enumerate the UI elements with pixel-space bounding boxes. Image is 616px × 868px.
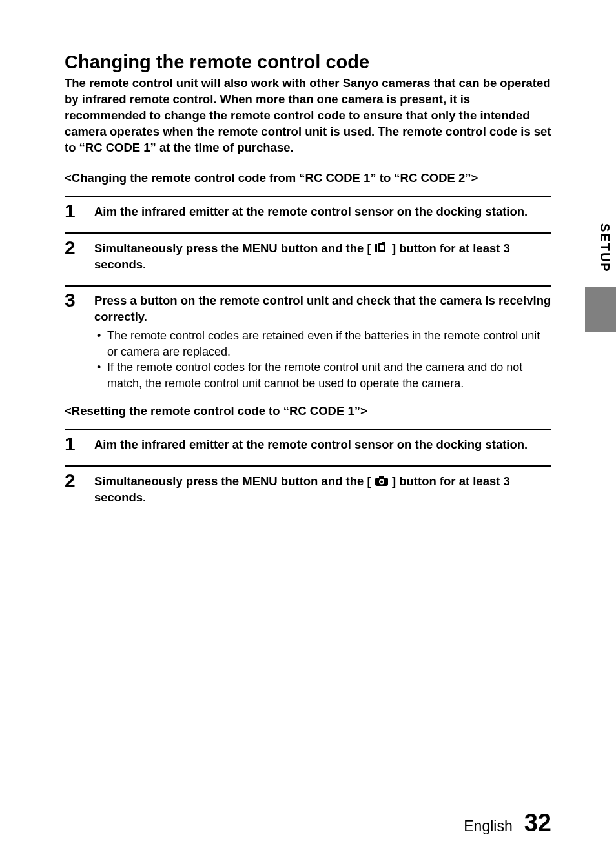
section2-heading: <Resetting the remote control code to “R…	[65, 403, 551, 419]
step-number: 1	[65, 201, 83, 221]
svg-point-7	[380, 481, 383, 483]
page-title: Changing the remote control code	[65, 52, 551, 73]
section2-step-2: 2 Simultaneously press the MENU button a…	[65, 465, 551, 506]
step-title: Aim the infrared emitter at the remote c…	[94, 437, 551, 453]
step-title-before: Simultaneously press the MENU button and…	[94, 241, 375, 255]
step-body: Simultaneously press the MENU button and…	[94, 471, 551, 506]
bullet-item: The remote control codes are retained ev…	[94, 328, 551, 360]
section1-heading: <Changing the remote control code from “…	[65, 170, 551, 187]
step-title: Simultaneously press the MENU button and…	[94, 474, 551, 506]
camera-icon	[375, 475, 389, 487]
intro-paragraph: The remote control unit will also work w…	[65, 76, 551, 156]
footer-page-number: 32	[524, 809, 551, 837]
step-body: Simultaneously press the MENU button and…	[94, 238, 551, 273]
step-title: Aim the infrared emitter at the remote c…	[94, 204, 551, 220]
svg-rect-5	[379, 476, 384, 478]
step-body: Aim the infrared emitter at the remote c…	[94, 434, 551, 454]
section2-step-1: 1 Aim the infrared emitter at the remote…	[65, 429, 551, 454]
step-number: 2	[65, 238, 83, 273]
svg-rect-0	[375, 244, 377, 252]
step-title-before: Simultaneously press the MENU button and…	[94, 474, 375, 488]
footer-language: English	[464, 818, 512, 835]
side-tab-setup: SETUP	[593, 218, 616, 278]
step-title: Press a button on the remote control uni…	[94, 293, 551, 325]
step-title: Simultaneously press the MENU button and…	[94, 241, 551, 273]
section1-step-1: 1 Aim the infrared emitter at the remote…	[65, 196, 551, 221]
step-number: 2	[65, 471, 83, 506]
section1-step-3: 3 Press a button on the remote control u…	[65, 285, 551, 392]
page-footer: English 32	[464, 809, 551, 837]
step-number: 1	[65, 434, 83, 454]
video-icon	[375, 242, 389, 254]
side-tab-marker	[585, 287, 616, 332]
bullet-item: If the remote control codes for the remo…	[94, 359, 551, 392]
step-body: Press a button on the remote control uni…	[94, 290, 551, 392]
step-number: 3	[65, 290, 83, 392]
step-bullets: The remote control codes are retained ev…	[94, 328, 551, 392]
svg-rect-3	[382, 242, 385, 244]
svg-rect-2	[380, 245, 384, 250]
section1-step-2: 2 Simultaneously press the MENU button a…	[65, 232, 551, 273]
step-body: Aim the infrared emitter at the remote c…	[94, 201, 551, 221]
page-content: SETUP Changing the remote control code T…	[0, 0, 616, 868]
